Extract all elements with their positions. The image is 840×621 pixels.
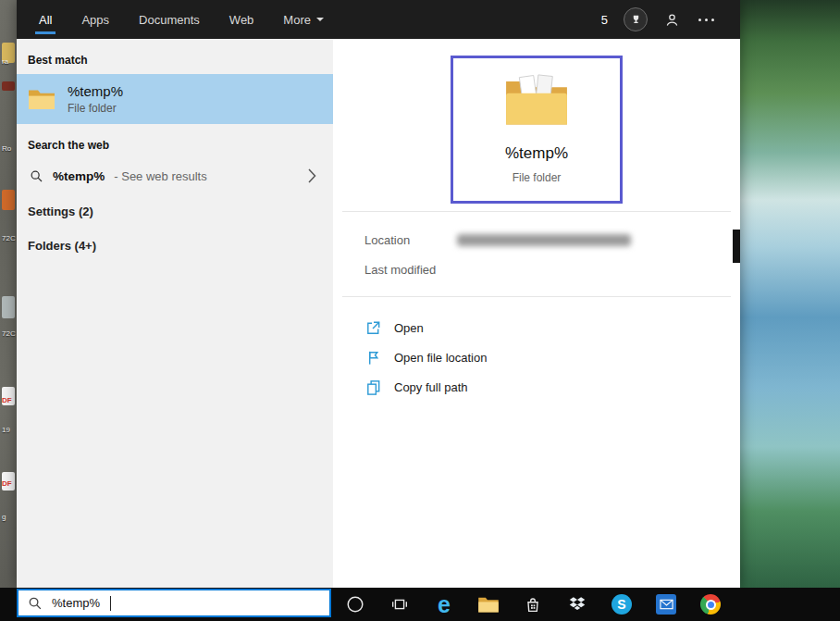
copy-icon xyxy=(364,379,382,396)
search-results-area: Best match %temp% File folder Search the… xyxy=(17,39,740,588)
last-modified-label: Last modified xyxy=(364,263,457,277)
task-view-icon xyxy=(389,594,410,615)
location-row: Location xyxy=(364,233,631,247)
chrome-icon xyxy=(700,594,721,615)
search-icon xyxy=(28,596,43,611)
desktop-icon-label: 72C xyxy=(2,234,16,242)
action-copy-full-path[interactable]: Copy full path xyxy=(364,372,729,402)
desktop-icon-fragment xyxy=(2,81,15,91)
filter-tabs: All Apps Documents Web More xyxy=(37,0,326,39)
edge-button[interactable]: e xyxy=(422,588,466,621)
web-search-suffix: - See web results xyxy=(114,169,206,183)
divider xyxy=(342,296,731,297)
group-settings[interactable]: Settings (2) xyxy=(17,196,333,227)
trophy-icon xyxy=(630,14,642,26)
web-search-query: %temp% xyxy=(53,169,105,183)
folder-icon xyxy=(28,87,56,111)
action-open-file-location[interactable]: Open file location xyxy=(364,342,729,372)
desktop-icon-label: g xyxy=(2,513,6,521)
taskbar-icons: e xyxy=(333,588,733,621)
search-input[interactable]: %temp% xyxy=(52,596,100,610)
tab-more[interactable]: More xyxy=(281,0,326,39)
ellipsis-icon xyxy=(698,19,701,21)
desktop-edge-strip: ra Ro 72C 72C DF 19 DF g xyxy=(0,0,17,588)
best-match-subtitle: File folder xyxy=(68,102,123,115)
tab-documents-label: Documents xyxy=(139,13,200,27)
cortana-icon xyxy=(345,594,365,615)
action-open[interactable]: Open xyxy=(364,313,729,342)
tab-more-label: More xyxy=(283,13,311,27)
tab-web-label: Web xyxy=(229,13,254,27)
open-icon xyxy=(364,319,382,337)
screen: ra Ro 72C 72C DF 19 DF g All Apps Docume… xyxy=(0,0,840,621)
desktop-wallpaper xyxy=(740,0,840,588)
expand-web-results-button[interactable] xyxy=(304,165,320,187)
search-icon xyxy=(30,169,43,183)
last-modified-row: Last modified xyxy=(364,263,457,277)
action-copy-full-path-label: Copy full path xyxy=(394,380,468,394)
mail-icon xyxy=(656,594,676,615)
skype-icon: S xyxy=(611,594,632,615)
action-open-file-location-label: Open file location xyxy=(394,351,487,365)
tab-all-label: All xyxy=(39,13,52,27)
store-button[interactable] xyxy=(511,588,555,621)
more-options-button[interactable] xyxy=(697,15,716,25)
skype-button[interactable]: S xyxy=(599,588,644,621)
best-match-title: %temp% xyxy=(68,83,123,99)
preview-panel: %temp% File folder Location Last modifie… xyxy=(333,39,740,588)
user-icon xyxy=(663,11,681,29)
tab-web[interactable]: Web xyxy=(228,0,256,39)
rewards-button[interactable] xyxy=(624,7,648,31)
store-icon xyxy=(523,594,543,615)
dropbox-button[interactable] xyxy=(555,588,599,621)
preview-actions: Open Open file location xyxy=(364,313,729,402)
desktop-icon-fragment xyxy=(2,190,15,210)
divider xyxy=(342,211,731,212)
best-match-header: Best match xyxy=(17,39,333,74)
file-explorer-icon xyxy=(477,595,500,614)
user-button[interactable] xyxy=(663,11,681,29)
search-flyout: All Apps Documents Web More 5 xyxy=(17,0,740,588)
preview-card: %temp% File folder xyxy=(451,56,623,204)
tab-all[interactable]: All xyxy=(37,0,54,39)
group-settings-label: Settings (2) xyxy=(28,205,93,218)
desktop-artifact xyxy=(733,230,740,263)
desktop-icon-label: 19 xyxy=(2,426,10,434)
results-list-panel: Best match %temp% File folder Search the… xyxy=(17,39,333,588)
best-match-item[interactable]: %temp% File folder xyxy=(17,74,333,124)
web-search-item[interactable]: %temp% - See web results xyxy=(17,159,333,193)
desktop-icon-label: DF xyxy=(2,396,12,404)
folder-icon-large xyxy=(500,71,574,130)
group-folders[interactable]: Folders (4+) xyxy=(17,230,333,261)
edge-icon: e xyxy=(438,593,451,616)
task-view-button[interactable] xyxy=(377,588,422,621)
tab-documents[interactable]: Documents xyxy=(137,0,202,39)
mail-button[interactable] xyxy=(644,588,688,621)
cortana-button[interactable] xyxy=(333,588,377,621)
desktop-icon-label: Ro xyxy=(2,144,11,153)
chrome-button[interactable] xyxy=(688,588,733,621)
chevron-right-icon xyxy=(308,168,316,183)
location-label: Location xyxy=(364,233,457,247)
search-filter-bar: All Apps Documents Web More 5 xyxy=(17,0,740,39)
tab-apps-label: Apps xyxy=(81,13,109,27)
topbar-actions: 5 xyxy=(601,0,740,39)
dropbox-icon xyxy=(567,594,587,615)
desktop-icon-label: DF xyxy=(2,479,12,488)
tab-apps[interactable]: Apps xyxy=(80,0,111,39)
text-cursor xyxy=(110,596,111,611)
open-file-location-icon xyxy=(364,349,382,366)
rewards-count: 5 xyxy=(601,13,608,27)
action-open-label: Open xyxy=(394,321,424,335)
best-match-text: %temp% File folder xyxy=(68,83,123,115)
file-explorer-button[interactable] xyxy=(466,588,511,621)
desktop-icon-fragment xyxy=(2,296,15,318)
desktop-icon-label: ra xyxy=(2,57,8,66)
location-value-redacted xyxy=(457,234,631,246)
taskbar-search-box[interactable]: %temp% xyxy=(17,589,331,617)
preview-subtitle: File folder xyxy=(513,171,562,184)
taskbar: %temp% e xyxy=(0,588,840,621)
group-folders-label: Folders (4+) xyxy=(28,239,96,253)
preview-title: %temp% xyxy=(505,144,568,163)
desktop-icon-label: 72C xyxy=(2,329,16,338)
